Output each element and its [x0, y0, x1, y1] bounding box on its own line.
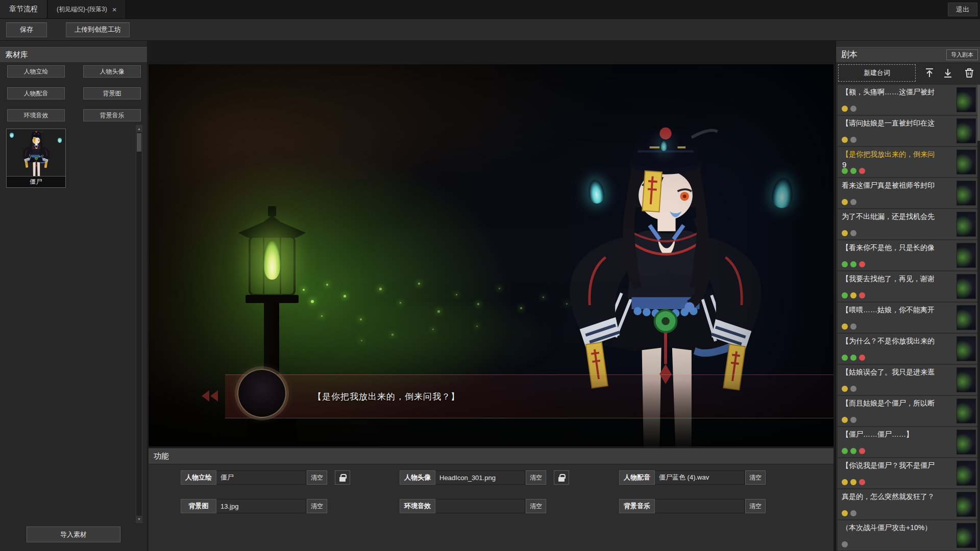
status-dot-red — [859, 479, 865, 485]
script-line[interactable]: 【为什么？不是你放我出来的 — [838, 334, 978, 364]
script-line[interactable]: 【而且姑娘是个僵尸，所以断 — [838, 396, 978, 426]
script-line[interactable]: 【僵尸……僵尸……】 — [838, 427, 978, 457]
script-line-thumbnail — [957, 87, 976, 112]
script-line[interactable]: 看来这僵尸真是被祖师爷封印 — [838, 178, 978, 208]
background-clear-button[interactable]: 清空 — [307, 499, 327, 513]
music-field-value[interactable] — [655, 499, 745, 513]
script-line[interactable]: 【请问姑娘是一直被封印在这 — [838, 116, 978, 146]
headicon-field-value[interactable]: HeadIcon_301.png — [435, 470, 525, 485]
assets-scrollbar[interactable]: ▲ ▼ — [136, 125, 142, 523]
field-character-voice: 人物配音 僵尸蓝色 (4).wav 清空 — [619, 470, 766, 485]
lantern-base — [246, 295, 299, 303]
status-dot-red — [859, 355, 865, 361]
asset-btn-ambient[interactable]: 环境音效 — [7, 109, 65, 121]
trash-icon — [963, 67, 975, 79]
asset-btn-portrait[interactable]: 人物立绘 — [7, 65, 65, 78]
status-dot-red — [859, 292, 865, 298]
import-assets-button[interactable]: 导入素材 — [27, 527, 120, 542]
voice-field-label: 人物配音 — [619, 470, 655, 485]
delete-line-button[interactable] — [963, 66, 976, 80]
script-scrollbar[interactable] — [977, 85, 980, 551]
script-line-text: 【喂喂……姑娘，你不能离开 — [842, 306, 952, 315]
status-dot-gray — [850, 230, 856, 236]
arrow-down-to-line-icon — [942, 67, 954, 79]
script-line-thumbnail — [957, 367, 976, 392]
music-clear-button[interactable]: 清空 — [745, 499, 766, 513]
status-dots — [842, 510, 856, 516]
status-dots — [842, 355, 865, 361]
functions-panel-header: 功能 — [149, 448, 834, 464]
script-line[interactable]: 【看来你不是他，只是长的像 — [838, 240, 978, 270]
field-head-icon: 人物头像 HeadIcon_301.png 清空 — [400, 470, 569, 485]
script-line-thumbnail — [957, 149, 976, 174]
portrait-field-label: 人物立绘 — [181, 470, 216, 485]
script-line[interactable]: 【是你把我放出来的，倒来问9 — [838, 147, 978, 177]
portrait-clear-button[interactable]: 清空 — [307, 470, 327, 485]
scroll-down-icon[interactable]: ▼ — [136, 516, 142, 522]
field-background-music: 背景音乐 清空 — [619, 499, 766, 513]
ambient-field-value[interactable] — [435, 499, 525, 513]
tab-chapter-flow[interactable]: 章节流程 — [0, 0, 47, 18]
asset-btn-headicon[interactable]: 人物头像 — [83, 65, 141, 78]
portrait-field-value[interactable]: 僵尸 — [216, 470, 306, 485]
scroll-thumb[interactable] — [977, 85, 980, 141]
lantern-body — [249, 236, 296, 296]
script-line[interactable]: 【姑娘误会了。我只是进来逛 — [838, 365, 978, 395]
scroll-thumb[interactable] — [137, 133, 141, 152]
wisp-flame-icon — [587, 179, 605, 205]
status-dot-gray — [850, 417, 856, 423]
status-dots — [842, 292, 865, 298]
asset-btn-background[interactable]: 背景图 — [83, 87, 141, 99]
assets-title: 素材库 — [5, 50, 28, 60]
background-field-label: 背景图 — [181, 499, 216, 513]
status-dot-gray — [850, 137, 856, 143]
script-panel: 剧本 导入剧本 新建台词 【额，头痛啊……这僵尸被封【请问姑娘是一直被封印在这【 — [836, 41, 980, 551]
lantern-pedestal — [248, 417, 297, 446]
script-line-thumbnail — [957, 274, 976, 299]
voice-field-value[interactable]: 僵尸蓝色 (4).wav — [655, 470, 745, 485]
tab-paragraph[interactable]: (初见端倪)-(段落3) × — [47, 0, 126, 18]
headicon-clear-button[interactable]: 清空 — [526, 470, 546, 485]
save-button[interactable]: 保存 — [6, 22, 47, 37]
script-line-thumbnail — [957, 398, 976, 423]
lantern-roof — [238, 215, 306, 238]
functions-title: 功能 — [154, 452, 169, 461]
script-line-text: 【而且姑娘是个僵尸，所以断 — [842, 399, 952, 408]
status-dot-green — [842, 448, 848, 454]
status-dots — [842, 541, 848, 547]
voice-clear-button[interactable]: 清空 — [745, 470, 766, 485]
script-line[interactable]: 【我要去找他了，再见，谢谢 — [838, 271, 978, 302]
tab-close-icon[interactable]: × — [112, 5, 117, 14]
script-line[interactable]: 【额，头痛啊……这僵尸被封 — [838, 85, 978, 115]
asset-btn-voice[interactable]: 人物配音 — [7, 87, 65, 99]
asset-card-jiangshi[interactable]: 僵尸 — [6, 129, 66, 188]
move-bottom-button[interactable] — [941, 66, 954, 80]
script-line[interactable]: 为了不出纰漏，还是找机会先 — [838, 209, 978, 239]
background-field-value[interactable]: 13.jpg — [216, 499, 306, 513]
script-line[interactable]: （本次战斗僵尸攻击+10%） — [838, 520, 978, 550]
script-line[interactable]: 【你说我是僵尸？我不是僵尸 — [838, 458, 978, 488]
lock-icon — [339, 477, 346, 482]
wisp-flame-icon — [660, 140, 668, 151]
upload-workshop-button[interactable]: 上传到创意工坊 — [66, 22, 130, 37]
script-line[interactable]: 真是的，怎么突然就发狂了？ — [838, 489, 978, 519]
exit-button[interactable]: 退出 — [948, 3, 977, 16]
headicon-lock-button[interactable] — [554, 470, 569, 485]
move-top-button[interactable] — [923, 66, 936, 80]
ambient-clear-button[interactable]: 清空 — [526, 499, 546, 513]
status-dot-yellow — [842, 417, 848, 423]
script-line-thumbnail — [957, 118, 976, 143]
import-script-button[interactable]: 导入剧本 — [946, 49, 978, 60]
portrait-lock-button[interactable] — [335, 470, 350, 485]
asset-btn-music[interactable]: 背景音乐 — [83, 109, 141, 121]
script-line[interactable]: 【喂喂……姑娘，你不能离开 — [838, 303, 978, 333]
script-line-text: 看来这僵尸真是被祖师爷封印 — [842, 181, 952, 190]
cave-depth-shadow — [457, 64, 834, 446]
new-line-button[interactable]: 新建台词 — [838, 64, 916, 82]
status-dots — [842, 230, 856, 236]
editor-window: 章节流程 (初见端倪)-(段落3) × 退出 保存 上传到创意工坊 素材库 人物… — [0, 0, 980, 551]
status-dot-yellow — [842, 106, 848, 112]
script-line-text: 【请问姑娘是一直被封印在这 — [842, 119, 952, 128]
script-line-text: 【姑娘误会了。我只是进来逛 — [842, 368, 952, 377]
scroll-up-icon[interactable]: ▲ — [136, 126, 142, 132]
